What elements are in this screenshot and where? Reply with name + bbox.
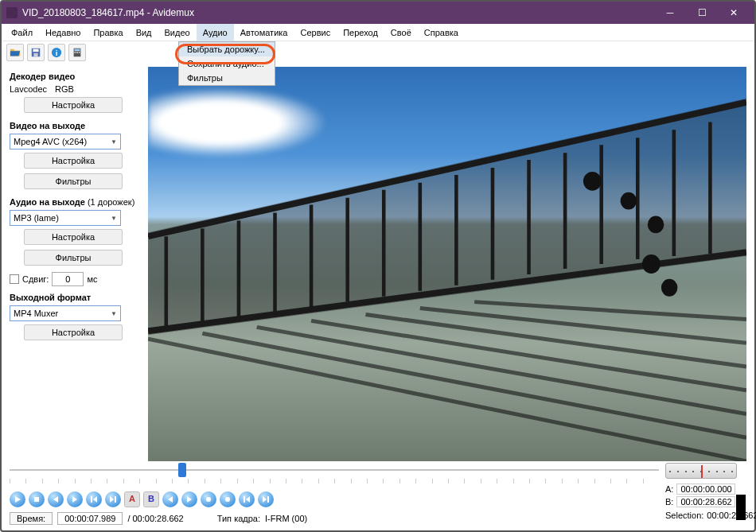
info-button[interactable]: i — [48, 44, 65, 61]
svg-point-40 — [661, 279, 678, 297]
preview-thumbnail — [736, 495, 746, 520]
video-configure-button[interactable]: Настройка — [24, 153, 123, 169]
close-button[interactable]: ✕ — [718, 2, 750, 24]
shift-checkbox[interactable] — [10, 274, 19, 284]
marker-a-value: 00:00:00.000 — [676, 483, 735, 495]
audio-menu-dropdown: Выбрать дорожку... Сохранить аудио... Фи… — [178, 41, 275, 86]
menu-item-select-track[interactable]: Выбрать дорожку... — [179, 42, 275, 56]
shift-label: Сдвиг: — [22, 274, 49, 284]
title-bar: VID_20180803_184617.mp4 - Avidemux ─ ☐ ✕ — [2, 2, 754, 24]
shift-input[interactable]: 0 — [52, 272, 84, 286]
menu-go[interactable]: Переход — [337, 24, 384, 41]
marker-a-label: A: — [665, 484, 673, 494]
audio-configure-button[interactable]: Настройка — [24, 229, 123, 245]
svg-marker-57 — [263, 496, 267, 503]
svg-rect-58 — [267, 496, 269, 503]
decoder-section-title: Декодер видео — [10, 72, 137, 81]
jog-wheel[interactable] — [665, 463, 737, 479]
goto-start-button[interactable] — [239, 491, 255, 507]
svg-marker-52 — [187, 496, 192, 503]
svg-point-53 — [206, 497, 211, 502]
stop-button[interactable] — [29, 491, 45, 507]
svg-rect-1 — [33, 49, 39, 52]
svg-point-38 — [648, 216, 664, 233]
muxer-value: MP4 Muxer — [14, 309, 58, 318]
next-frame-button[interactable] — [67, 491, 83, 507]
timeline-slider[interactable] — [10, 463, 659, 477]
menu-service[interactable]: Сервис — [294, 24, 337, 41]
svg-marker-44 — [72, 496, 77, 503]
menu-automatic[interactable]: Автоматика — [234, 24, 294, 41]
time-total: / 00:00:28.662 — [127, 514, 183, 523]
video-codec-select[interactable]: Mpeg4 AVC (x264)▼ — [10, 134, 121, 150]
svg-point-37 — [621, 192, 637, 210]
svg-marker-47 — [110, 496, 114, 503]
svg-text:B: B — [148, 495, 154, 503]
menu-video[interactable]: Видео — [158, 24, 197, 41]
selection-panel: A:00:00:00.000 B:00:00:28.662 Selection:… — [665, 463, 745, 520]
decoder-color: RGB — [55, 84, 74, 94]
menu-audio[interactable]: Аудио — [197, 24, 234, 41]
prev-keyframe-button[interactable] — [86, 491, 102, 507]
set-marker-a-button[interactable]: A — [124, 491, 140, 507]
time-label-button[interactable]: Время: — [10, 512, 53, 525]
svg-rect-8 — [76, 52, 78, 53]
next-keyframe-button[interactable] — [105, 491, 121, 507]
selection-value: 00:00:28.662 — [707, 511, 756, 520]
video-filters-button[interactable]: Фильтры — [24, 173, 123, 189]
audio-out-section-title: Аудио на выходе (1 дорожек) — [10, 197, 137, 207]
audio-codec-value: MP3 (lame) — [14, 213, 59, 223]
svg-line-29 — [148, 339, 746, 461]
selection-label: Selection: — [665, 511, 703, 520]
audio-codec-select[interactable]: MP3 (lame)▼ — [10, 210, 121, 226]
menu-file[interactable]: Файл — [5, 24, 39, 41]
menu-help[interactable]: Справка — [418, 24, 465, 41]
timeline-thumb[interactable] — [178, 463, 186, 477]
muxer-configure-button[interactable]: Настройка — [24, 324, 123, 340]
svg-rect-6 — [75, 49, 80, 52]
menu-own[interactable]: Своё — [384, 24, 418, 41]
open-button[interactable] — [6, 44, 24, 61]
minimize-button[interactable]: ─ — [654, 2, 686, 24]
save-button[interactable] — [27, 44, 45, 61]
muxer-select[interactable]: MP4 Muxer▼ — [10, 305, 121, 321]
maximize-button[interactable]: ☐ — [686, 2, 718, 24]
next-cut-button[interactable] — [181, 491, 197, 507]
menu-item-audio-filters[interactable]: Фильтры — [179, 71, 275, 85]
goto-end-button[interactable] — [258, 491, 274, 507]
chevron-down-icon: ▼ — [111, 215, 117, 222]
output-format-section-title: Выходной формат — [10, 293, 137, 302]
side-panel: Декодер видео Lavcodec RGB Настройка Вид… — [2, 64, 145, 461]
svg-rect-55 — [244, 496, 245, 503]
svg-marker-51 — [168, 496, 173, 503]
calculator-button[interactable] — [68, 44, 86, 61]
prev-cut-button[interactable] — [162, 491, 178, 507]
chevron-down-icon: ▼ — [111, 138, 117, 146]
frame-type-label: Тип кадра: — [217, 514, 260, 523]
svg-point-36 — [583, 172, 602, 191]
shift-unit: мс — [87, 274, 97, 284]
shift-row: Сдвиг: 0 мс — [10, 272, 137, 286]
app-icon — [6, 7, 18, 18]
video-out-section-title: Видео на выходе — [10, 121, 137, 130]
decoder-configure-button[interactable]: Настройка — [24, 97, 123, 113]
audio-filters-button[interactable]: Фильтры — [24, 250, 123, 266]
frame-type-value: I-FRM (00) — [265, 514, 307, 523]
menu-view[interactable]: Вид — [130, 24, 158, 41]
prev-black-button[interactable] — [201, 491, 216, 507]
svg-point-39 — [642, 254, 661, 274]
menu-recent[interactable]: Недавно — [39, 24, 87, 41]
menu-item-save-audio[interactable]: Сохранить аудио... — [179, 56, 275, 71]
next-black-button[interactable] — [220, 491, 236, 507]
svg-line-31 — [257, 327, 746, 414]
prev-frame-button[interactable] — [48, 491, 64, 507]
time-current-input[interactable]: 00:00:07.989 — [57, 512, 123, 525]
set-marker-b-button[interactable]: B — [143, 491, 159, 507]
menu-edit[interactable]: Правка — [87, 24, 129, 41]
svg-line-32 — [311, 320, 746, 390]
svg-rect-7 — [75, 52, 76, 53]
svg-marker-43 — [53, 496, 58, 503]
svg-line-34 — [420, 309, 746, 344]
play-button[interactable] — [10, 491, 25, 507]
svg-text:A: A — [129, 495, 135, 503]
